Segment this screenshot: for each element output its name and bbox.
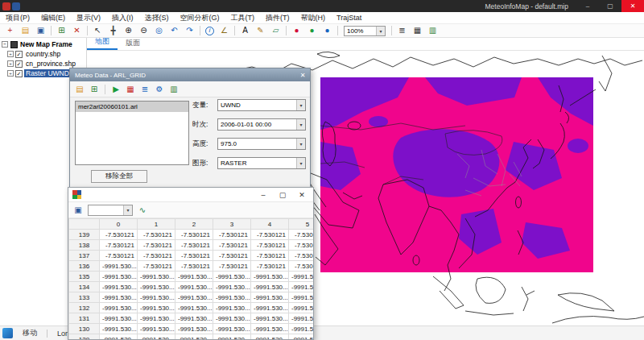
settings-icon[interactable]: ⚙ — [153, 83, 166, 96]
cell[interactable]: -9991.530... — [138, 334, 175, 340]
map-frame-node[interactable]: − New Map Frame — [0, 39, 86, 49]
chevron-down-icon[interactable]: ▾ — [376, 27, 385, 35]
cell[interactable]: -9991.530... — [251, 324, 289, 334]
cell[interactable]: -7.530121 — [251, 261, 289, 272]
column-header[interactable] — [69, 219, 100, 230]
row-header[interactable]: 129 — [69, 334, 100, 340]
cell[interactable]: -9991.530... — [100, 292, 138, 303]
minimize-button[interactable]: – — [576, 0, 599, 12]
grid-icon[interactable]: ▦ — [410, 25, 425, 37]
cell[interactable]: -9991.530... — [251, 313, 289, 324]
cell[interactable]: -9991.530... — [213, 334, 251, 340]
row-header[interactable]: 137 — [69, 251, 100, 261]
layer-checkbox[interactable]: ✓ — [15, 70, 23, 77]
data-list-icon[interactable]: ≣ — [138, 83, 151, 96]
table-row[interactable]: 132-9991.530...-9991.530...-9991.530...-… — [69, 303, 314, 313]
cell[interactable]: -9991.530... — [175, 272, 213, 282]
cell[interactable]: -9991.530... — [138, 272, 175, 282]
line-chart-icon[interactable]: ∿ — [136, 204, 149, 217]
cell[interactable]: -7.530121 — [251, 251, 289, 261]
cell[interactable]: -9991.530... — [175, 282, 213, 292]
menu-item[interactable]: TrajStat — [331, 14, 367, 22]
cell[interactable]: -9991.530... — [100, 313, 138, 324]
row-header[interactable]: 139 — [69, 230, 100, 240]
layer-item[interactable]: +✓country.shp — [0, 49, 86, 59]
menu-item[interactable]: 插入(I) — [106, 13, 139, 23]
cell[interactable]: -7.530121 — [175, 251, 213, 261]
cell[interactable]: -9991.530... — [175, 303, 213, 313]
menu-item[interactable]: 帮助(H) — [295, 13, 332, 23]
row-header[interactable]: 136 — [69, 261, 100, 272]
point-blue-icon[interactable]: ● — [320, 25, 335, 37]
cell[interactable]: -7.530121 — [175, 240, 213, 251]
open-data-icon[interactable]: ▤ — [73, 83, 86, 96]
cell[interactable]: -7.530121 — [138, 261, 175, 272]
cell[interactable]: -9991.530... — [100, 303, 138, 313]
cell[interactable]: -9991.530... — [175, 313, 213, 324]
point-red-icon[interactable]: ● — [289, 25, 304, 37]
variable-combo[interactable]: UWND▾ — [217, 99, 306, 111]
cell[interactable]: -9991.530... — [251, 334, 289, 340]
maximize-button[interactable]: ▢ — [599, 0, 621, 12]
cell[interactable]: -9991.530... — [251, 303, 289, 313]
table-window-titlebar[interactable]: – ▢ ✕ — [68, 188, 313, 202]
table-row[interactable]: 136-9991.530...-7.530121-7.530121-7.5301… — [69, 261, 314, 272]
cell[interactable]: -9991.530... — [289, 303, 314, 313]
add-layer-icon[interactable]: ⊞ — [54, 25, 69, 37]
table-minimize-button[interactable]: – — [254, 188, 273, 202]
table-row[interactable]: 134-9991.530...-9991.530...-9991.530...-… — [69, 282, 314, 292]
cell[interactable]: -7.530121 — [100, 230, 138, 240]
menu-item[interactable]: 项目(P) — [0, 13, 35, 23]
cell[interactable]: -9991.530... — [213, 303, 251, 313]
menu-item[interactable]: 工具(T) — [225, 13, 261, 23]
cell[interactable]: -7.530121 — [100, 251, 138, 261]
draw-pencil-icon[interactable]: ✎ — [253, 25, 268, 37]
layer-checkbox[interactable]: ✓ — [15, 51, 23, 58]
row-header[interactable]: 132 — [69, 303, 100, 313]
meteo-close-button[interactable]: ✕ — [295, 68, 310, 81]
cell[interactable]: -9991.530... — [289, 292, 314, 303]
tab-layout[interactable]: 版面 — [118, 37, 148, 50]
cell[interactable]: -7.530121 — [289, 240, 314, 251]
cell[interactable]: -9991.530... — [175, 324, 213, 334]
next-extent-icon[interactable]: ↷ — [182, 25, 197, 37]
select-arrow-icon[interactable]: ↖ — [90, 25, 105, 37]
chevron-down-icon[interactable]: ▾ — [296, 100, 305, 110]
cell[interactable]: -7.530121 — [175, 230, 213, 240]
point-green-icon[interactable]: ● — [304, 25, 320, 37]
table-close-button[interactable]: ✕ — [292, 188, 312, 202]
cell[interactable]: -9991.530... — [100, 261, 138, 272]
cell[interactable]: -9991.530... — [213, 282, 251, 292]
row-header[interactable]: 138 — [69, 240, 100, 251]
cell[interactable]: -9991.530... — [138, 282, 175, 292]
cell[interactable]: -7.530121 — [289, 230, 314, 240]
cell[interactable]: -9991.530... — [100, 324, 138, 334]
chevron-down-icon[interactable]: ▾ — [123, 205, 132, 215]
chevron-down-icon[interactable]: ▾ — [296, 119, 305, 130]
cell[interactable]: -7.530121 — [213, 261, 251, 272]
cell[interactable]: -9991.530... — [138, 292, 175, 303]
cell[interactable]: -7.530121 — [100, 240, 138, 251]
menu-item[interactable]: 空间分析(G) — [175, 13, 225, 23]
zoom-in-icon[interactable]: ⊕ — [121, 25, 136, 37]
open-project-icon[interactable]: ▤ — [18, 25, 33, 37]
row-header[interactable]: 131 — [69, 313, 100, 324]
layers-icon[interactable]: ▦ — [124, 83, 137, 96]
menu-item[interactable]: 编辑(E) — [35, 13, 71, 23]
cell[interactable]: -9991.530... — [138, 313, 175, 324]
table-row[interactable]: 129-9991.530...-9991.530...-9991.530...-… — [69, 334, 314, 340]
cell[interactable]: -7.530121 — [289, 261, 314, 272]
cell[interactable]: -7.530121 — [213, 251, 251, 261]
row-header[interactable]: 130 — [69, 324, 100, 334]
menu-item[interactable]: 插件(T) — [260, 13, 295, 23]
cell[interactable]: -7.530121 — [175, 261, 213, 272]
cell[interactable]: -9991.530... — [213, 272, 251, 282]
table-row[interactable]: 138-7.530121-7.530121-7.530121-7.530121-… — [69, 240, 314, 251]
cell[interactable]: -9991.530... — [289, 334, 314, 340]
stats-chart-icon[interactable]: ▥ — [167, 83, 180, 96]
time-combo[interactable]: 2006-01-01 00:00▾ — [217, 118, 306, 131]
file-item[interactable]: mer2arl20060101.arl — [76, 102, 188, 112]
row-header[interactable]: 134 — [69, 282, 100, 292]
expand-icon[interactable]: + — [7, 70, 14, 77]
column-header[interactable]: 3 — [213, 219, 251, 230]
